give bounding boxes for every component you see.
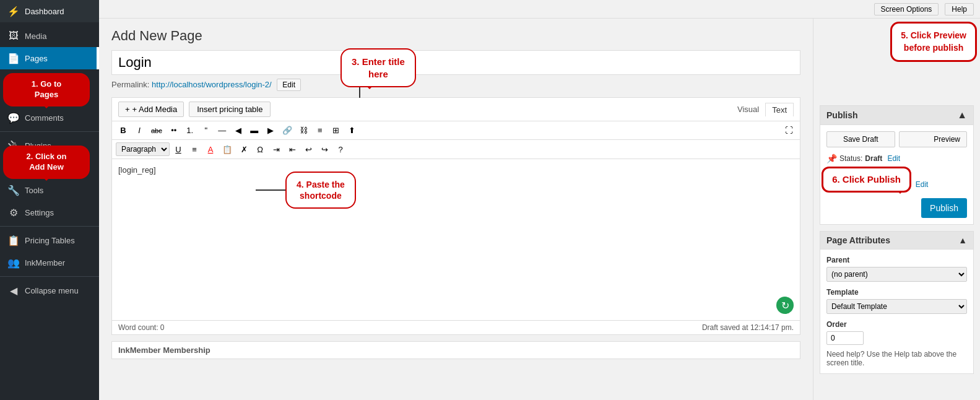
sidebar-item-media[interactable]: 🖼 Media [0,25,99,47]
page-area: Add New Page 3. Enter title here Permali… [99,19,980,400]
publish-top-actions: Save Draft Preview [826,131,967,147]
tab-visual[interactable]: Visual [731,103,765,116]
toolbar-row-2: Paragraph U ≡ A 📋 ✗ Ω ⇥ ⇤ ↩ ↪ ? [112,140,800,159]
toolbar-blockquote[interactable]: " [199,124,214,137]
right-sidebar-panel: 5. Click Preview before publish Publish … [813,19,980,400]
add-media-button[interactable]: + + Add Media [118,102,184,117]
toolbar-table[interactable]: ⊞ [329,124,344,137]
toolbar-align-left[interactable]: ◀ [231,124,246,137]
comments-icon: 💬 [7,111,20,124]
click-publish-callout: 6. Click Publish [822,167,911,193]
media-icon: 🖼 [7,30,20,42]
pricing-tables-icon: 📋 [7,234,20,246]
schedule-edit-link[interactable]: Edit [916,180,929,189]
toolbar-fullscreen[interactable]: ⛶ [781,124,796,137]
toolbar-link[interactable]: 🔗 [279,124,295,137]
permalink-edit-button[interactable]: Edit [277,79,301,91]
attributes-box-header: Page Attributes ▲ [820,232,973,250]
toolbar-outdent[interactable]: ⇤ [285,143,300,156]
toolbar-underline[interactable]: U [171,143,186,156]
editor-footer: Word count: 0 Draft saved at 12:14:17 pm… [112,320,800,334]
sidebar-item-settings[interactable]: ⚙ Settings [0,201,99,224]
sidebar-item-dashboard[interactable]: ⚡ Dashboard [0,0,99,22]
permalink-bar: Permalink: http://localhost/wordpress/lo… [111,79,800,91]
sidebar-item-tools[interactable]: 🔧 Tools [0,179,99,201]
toolbar-help[interactable]: ? [333,143,348,156]
status-label: Status: [839,154,862,163]
refresh-icon[interactable]: ↻ [776,297,794,314]
toolbar-hr[interactable]: — [215,124,230,137]
sidebar-item-label: Tools [25,186,43,195]
publish-action-row: 6. Click Publish Publish [826,194,967,218]
sidebar-item-label: Comments [25,113,64,123]
top-bar: Screen Options Help [99,0,980,19]
word-count-label: Word count: 0 [118,323,165,332]
publish-box-collapse[interactable]: ▲ [957,110,967,121]
attributes-box-body: Parent (no parent) Template Default Temp… [820,250,973,373]
sidebar-item-comments[interactable]: 💬 Comments [0,107,99,129]
dashboard-icon: ⚡ [7,5,20,17]
click-preview-callout: 5. Click Preview before publish [890,22,977,62]
toolbar-clear[interactable]: ✗ [236,143,251,156]
toolbar-italic[interactable]: I [132,124,147,137]
parent-select[interactable]: (no parent) [826,267,967,282]
toolbar-font-color[interactable]: A [203,143,218,156]
toolbar-row-1: B I abc •• 1. " — ◀ ▬ ▶ 🔗 ⛓ ≡ ⊞ [112,121,800,140]
go-to-pages-callout: 1. Go to Pages [3,73,90,107]
publish-button[interactable]: Publish [921,198,967,218]
toolbar-justify[interactable]: ≡ [187,143,202,156]
sidebar-item-label: Pages [25,54,48,63]
parent-label: Parent [826,256,967,264]
status-edit-link[interactable]: Edit [887,154,900,163]
toolbar-bold[interactable]: B [116,124,131,137]
toolbar-strikethrough[interactable]: abc [148,125,165,136]
help-button[interactable]: Help [945,3,974,15]
page-attributes-box: Page Attributes ▲ Parent (no parent) Tem… [820,231,974,374]
toolbar-ul[interactable]: •• [167,124,181,137]
draft-saved-status: Draft saved at 12:14:17 pm. [702,323,794,332]
attributes-collapse-btn[interactable]: ▲ [958,235,967,245]
toolbar-special-char[interactable]: Ω [253,143,267,156]
permalink-url[interactable]: http://localhost/wordpress/login-2/ [152,80,272,89]
insert-pricing-wrapper: Insert pricing table [189,102,271,117]
order-input[interactable] [826,331,864,345]
add-media-icon: + [125,105,130,114]
editor-content[interactable]: [login_reg] 4. Paste the shortcode ↻ [112,159,800,320]
publish-box-title: Publish [826,110,858,120]
sidebar-item-inkmember[interactable]: 👥 InkMember [0,251,99,274]
toolbar-indent[interactable]: ⇥ [269,143,284,156]
publish-box-body: Save Draft Preview 📌 Status: Draft Edit … [820,125,973,224]
paragraph-format-select[interactable]: Paragraph [116,142,170,156]
editor-box: + + Add Media Insert pricing table Visua… [111,97,800,335]
click-preview-annotation-wrap: 5. Click Preview before publish [890,22,977,62]
toolbar-align-right[interactable]: ▶ [263,124,278,137]
sidebar-item-pages[interactable]: 📄 Pages [0,47,99,69]
page-title: Add New Page [111,28,800,44]
pin-icon: 📌 [826,154,837,163]
toolbar-more[interactable]: ≡ [313,124,327,137]
settings-icon: ⚙ [7,206,20,219]
status-value: Draft [865,154,882,163]
page-title-input[interactable] [111,50,800,75]
sidebar: 1. Go to Pages 2. Click on Add New ⚡ Das… [0,0,99,400]
save-draft-button[interactable]: Save Draft [826,131,895,147]
inkmember-icon: 👥 [7,256,20,269]
screen-options-button[interactable]: Screen Options [874,3,939,15]
toolbar-paste[interactable]: 📋 [219,143,235,156]
tab-text[interactable]: Text [765,103,794,116]
attributes-box-title: Page Attributes [826,235,890,245]
sidebar-item-pricing-tables[interactable]: 📋 Pricing Tables [0,229,99,251]
enter-title-callout: 3. Enter title here [340,48,416,87]
preview-button[interactable]: Preview [899,131,968,147]
toolbar-redo[interactable]: ↪ [317,143,332,156]
toolbar-toolbar-toggle[interactable]: ⬆ [345,124,360,137]
sidebar-item-label: Collapse menu [25,286,79,295]
template-select[interactable]: Default Template [826,299,967,314]
toolbar-unlink[interactable]: ⛓ [297,124,311,137]
toolbar-align-center[interactable]: ▬ [247,124,262,137]
sidebar-item-collapse[interactable]: ◀ Collapse menu [0,279,99,302]
toolbar-ol[interactable]: 1. [183,124,197,137]
toolbar-undo[interactable]: ↩ [301,143,316,156]
insert-pricing-button[interactable]: Insert pricing table [189,102,271,117]
main-content: Screen Options Help Add New Page 3. Ente… [99,0,980,400]
